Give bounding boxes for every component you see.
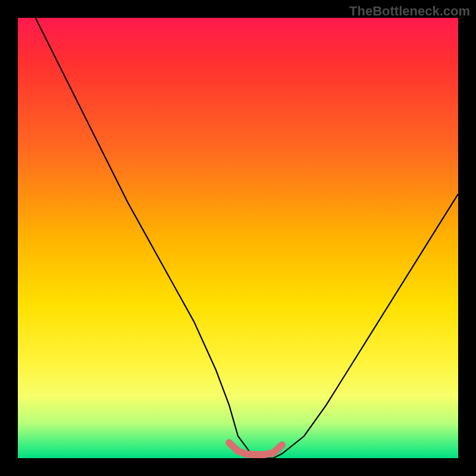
- curve-svg: [18, 18, 458, 458]
- optimal-band-curve: [229, 443, 282, 455]
- bottleneck-curve: [36, 18, 458, 458]
- plot-area: [18, 18, 458, 458]
- watermark-text: TheBottleneck.com: [349, 4, 470, 19]
- chart-frame: TheBottleneck.com: [0, 0, 476, 476]
